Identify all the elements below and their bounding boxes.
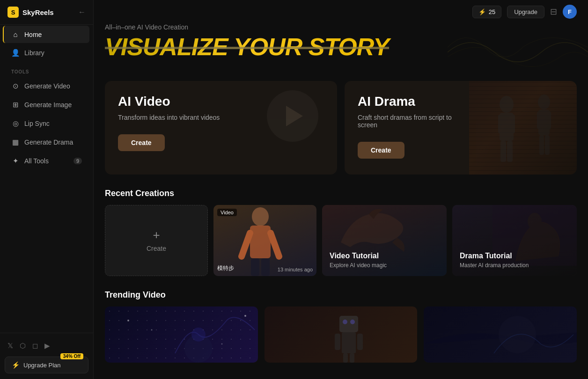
logo-icon: S	[7, 7, 19, 18]
discord-icon[interactable]: ⬡	[20, 342, 26, 350]
trending-1-art	[105, 306, 258, 363]
svg-rect-5	[507, 141, 513, 162]
ai-drama-card: AI Drama Craft short dramas from script …	[345, 81, 577, 175]
video-label: 模特步	[217, 264, 234, 272]
svg-line-14	[242, 233, 250, 256]
svg-rect-16	[251, 258, 259, 276]
sidebar-item-all-tools-label: All Tools	[24, 157, 49, 165]
sidebar-item-home[interactable]: ⌂ Home	[3, 26, 89, 43]
all-tools-badge: 9	[74, 158, 82, 164]
video-type-badge: Video	[217, 209, 237, 216]
credits-lightning-icon: ⚡	[478, 8, 486, 15]
create-new-card[interactable]: + Create	[105, 205, 208, 276]
lip-sync-icon: ◎	[11, 119, 20, 128]
library-icon: 👤	[11, 49, 20, 57]
svg-point-24	[244, 315, 246, 317]
sidebar-nav: ⌂ Home 👤 Library TOOLS ⊙ Generate Video …	[0, 25, 93, 171]
svg-rect-8	[537, 111, 541, 129]
drama-tutorial-title: Drama Tutorial	[460, 252, 569, 260]
svg-rect-32	[350, 353, 354, 363]
trending-card-3[interactable]	[424, 306, 577, 363]
create-card-label: Create	[147, 245, 166, 252]
sidebar-item-all-tools[interactable]: ✦ All Tools 9	[4, 152, 89, 170]
recent-video-card[interactable]: Video 模特步 13 minutes ago	[213, 205, 316, 276]
trending-card-2[interactable]	[265, 306, 418, 363]
svg-point-0	[500, 96, 514, 113]
svg-rect-27	[339, 316, 358, 332]
svg-point-33	[343, 320, 347, 324]
video-tutorial-title: Video Tutorial	[330, 252, 439, 260]
layout-icon[interactable]: ⊟	[550, 7, 557, 17]
drama-silhouette-svg	[469, 81, 577, 175]
svg-rect-4	[500, 141, 506, 162]
credits-badge: ⚡ 25	[472, 6, 501, 18]
drama-tutorial-description: Master AI drama production	[460, 262, 569, 269]
trending-card-1[interactable]	[105, 306, 258, 363]
svg-rect-9	[547, 111, 551, 129]
tools-section-label: TOOLS	[0, 63, 93, 76]
logo-text: SkyReels	[22, 8, 54, 16]
trending-video-grid	[94, 306, 588, 363]
user-avatar[interactable]: F	[563, 5, 577, 19]
svg-rect-10	[539, 135, 544, 155]
hero-title: VISUALIZE YOUR STORY	[105, 34, 577, 60]
sidebar-item-generate-video-label: Generate Video	[24, 82, 70, 90]
person-silhouette	[228, 205, 293, 276]
svg-point-26	[221, 343, 223, 345]
svg-point-21	[191, 328, 206, 342]
ai-drama-description: Craft short dramas from script to screen	[358, 114, 461, 129]
video-tutorial-card[interactable]: Video Tutorial Explore AI video magic	[322, 205, 447, 276]
social-icons-container: 𝕏 ⬡ ◻ ▶	[0, 339, 93, 355]
trending-3-art	[424, 306, 577, 363]
ai-drama-create-button[interactable]: Create	[358, 142, 404, 159]
sidebar-item-generate-drama[interactable]: ▦ Generate Drama	[4, 133, 89, 151]
youtube-icon[interactable]: ▶	[44, 342, 50, 350]
sidebar-item-lip-sync-label: Lip Sync	[24, 120, 50, 127]
create-plus-icon: +	[153, 229, 160, 241]
topbar: ⚡ 25 Upgrade ⊟ F	[94, 0, 588, 23]
svg-point-34	[350, 320, 355, 324]
twitter-icon[interactable]: 𝕏	[7, 342, 13, 350]
svg-rect-17	[261, 258, 270, 276]
sidebar-item-library[interactable]: 👤 Library	[4, 44, 89, 62]
home-icon: ⌂	[11, 30, 20, 38]
svg-point-22	[127, 320, 129, 321]
topbar-upgrade-button[interactable]: Upgrade	[507, 6, 544, 18]
sidebar-header: S SkyReels ←	[0, 0, 93, 25]
sidebar-item-generate-image-label: Generate Image	[24, 101, 72, 109]
trending-video-title: Trending Video	[94, 290, 588, 300]
recent-creations-grid: + Create Video 模特步 13 minutes ago	[94, 205, 588, 276]
lightning-bolt-icon: ⚡	[12, 361, 20, 369]
sidebar-item-home-label: Home	[24, 31, 42, 38]
svg-rect-2	[498, 115, 503, 133]
sidebar-item-library-label: Library	[24, 49, 44, 57]
svg-rect-29	[335, 334, 340, 350]
recent-creations-title: Recent Creations	[94, 189, 588, 198]
sidebar-bottom: 𝕏 ⬡ ◻ ▶ 34% Off ⚡ Upgrade Plan	[0, 333, 93, 379]
svg-point-6	[538, 95, 550, 109]
generate-image-icon: ⊞	[11, 101, 20, 109]
svg-line-15	[271, 233, 279, 256]
svg-point-12	[252, 207, 269, 226]
sidebar-item-lip-sync[interactable]: ◎ Lip Sync	[4, 115, 89, 132]
generate-video-icon: ⊙	[11, 82, 20, 90]
ai-video-description: Transform ideas into vibrant videos	[118, 114, 221, 121]
svg-rect-13	[250, 226, 271, 258]
generate-drama-icon: ▦	[11, 138, 20, 146]
hero-subtitle: All–in–one AI Video Creation	[105, 23, 577, 31]
svg-point-19	[528, 213, 542, 230]
sidebar-item-generate-image[interactable]: ⊞ Generate Image	[4, 96, 89, 114]
sidebar-item-generate-video[interactable]: ⊙ Generate Video	[4, 77, 89, 95]
trending-2-art	[265, 306, 418, 363]
svg-rect-31	[343, 353, 348, 363]
main-content: ⚡ 25 Upgrade ⊟ F All–in–one AI Video Cre…	[94, 0, 588, 379]
drama-tutorial-card[interactable]: Drama Tutorial Master AI drama productio…	[452, 205, 577, 276]
ai-video-create-button[interactable]: Create	[118, 134, 165, 151]
svg-rect-30	[357, 334, 363, 350]
discount-badge: 34% Off	[60, 353, 83, 359]
upgrade-plan-button[interactable]: 34% Off ⚡ Upgrade Plan	[5, 357, 88, 373]
instagram-icon[interactable]: ◻	[32, 342, 38, 350]
sidebar-collapse-icon[interactable]: ←	[78, 8, 86, 16]
video-tutorial-description: Explore AI video magic	[330, 262, 439, 269]
sidebar-logo[interactable]: S SkyReels	[7, 7, 54, 18]
